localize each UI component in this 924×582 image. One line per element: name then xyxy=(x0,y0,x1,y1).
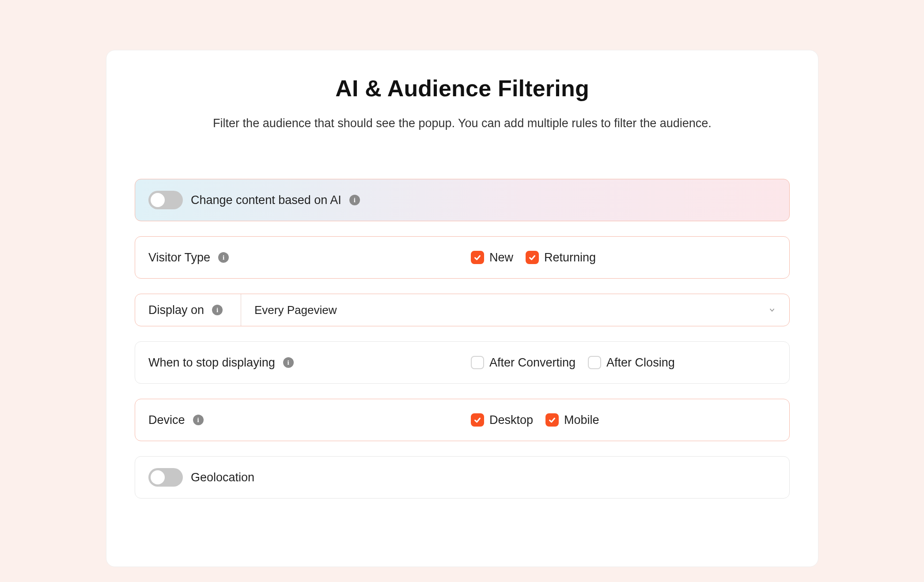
info-icon[interactable] xyxy=(218,252,229,263)
label-ai-content: Change content based on AI xyxy=(191,193,341,207)
row-geolocation: Geolocation xyxy=(135,456,790,499)
settings-panel: AI & Audience Filtering Filter the audie… xyxy=(106,50,818,567)
label-stop-displaying: When to stop displaying xyxy=(148,356,275,370)
toggle-knob xyxy=(151,193,165,207)
checkbox-group-mobile: Mobile xyxy=(545,413,599,427)
checkbox-group-desktop: Desktop xyxy=(471,413,533,427)
toggle-geolocation[interactable] xyxy=(148,468,183,487)
checkbox-label-returning: Returning xyxy=(544,251,596,265)
label-display-on: Display on xyxy=(148,303,204,317)
info-icon[interactable] xyxy=(212,305,223,315)
checkbox-label-mobile: Mobile xyxy=(564,413,599,427)
checkbox-group-after-closing: After Closing xyxy=(588,356,675,370)
row-device: Device Desktop Mobile xyxy=(135,399,790,441)
info-icon[interactable] xyxy=(283,357,294,368)
toggle-knob xyxy=(151,470,165,484)
checkbox-group-returning: Returning xyxy=(526,251,596,265)
checkbox-label-desktop: Desktop xyxy=(489,413,533,427)
checkbox-visitor-new[interactable] xyxy=(471,251,484,264)
label-device: Device xyxy=(148,413,185,427)
checkbox-after-converting[interactable] xyxy=(471,356,484,369)
row-stop-displaying: When to stop displaying After Converting… xyxy=(135,341,790,384)
info-icon[interactable] xyxy=(193,415,204,425)
label-visitor-type: Visitor Type xyxy=(148,251,210,265)
checkbox-mobile[interactable] xyxy=(545,413,559,427)
row-visitor-type: Visitor Type New Returning xyxy=(135,236,790,279)
checkbox-visitor-returning[interactable] xyxy=(526,251,539,264)
page-title: AI & Audience Filtering xyxy=(135,75,790,102)
checkbox-label-after-converting: After Converting xyxy=(489,356,576,370)
info-icon[interactable] xyxy=(349,195,360,205)
checkbox-label-after-closing: After Closing xyxy=(606,356,675,370)
checkbox-label-new: New xyxy=(489,251,513,265)
page-subtitle: Filter the audience that should see the … xyxy=(135,117,790,130)
row-ai-content: Change content based on AI xyxy=(135,179,790,221)
select-value-display-on: Every Pageview xyxy=(254,303,337,317)
label-geolocation: Geolocation xyxy=(191,471,254,484)
row-display-on: Display on Every Pageview xyxy=(135,294,790,326)
checkbox-desktop[interactable] xyxy=(471,413,484,427)
checkbox-group-new: New xyxy=(471,251,513,265)
checkbox-group-after-converting: After Converting xyxy=(471,356,576,370)
checkbox-after-closing[interactable] xyxy=(588,356,601,369)
chevron-down-icon xyxy=(768,306,776,314)
select-display-on[interactable]: Every Pageview xyxy=(241,294,789,326)
toggle-ai-content[interactable] xyxy=(148,191,183,209)
label-cell-display-on: Display on xyxy=(135,294,241,326)
